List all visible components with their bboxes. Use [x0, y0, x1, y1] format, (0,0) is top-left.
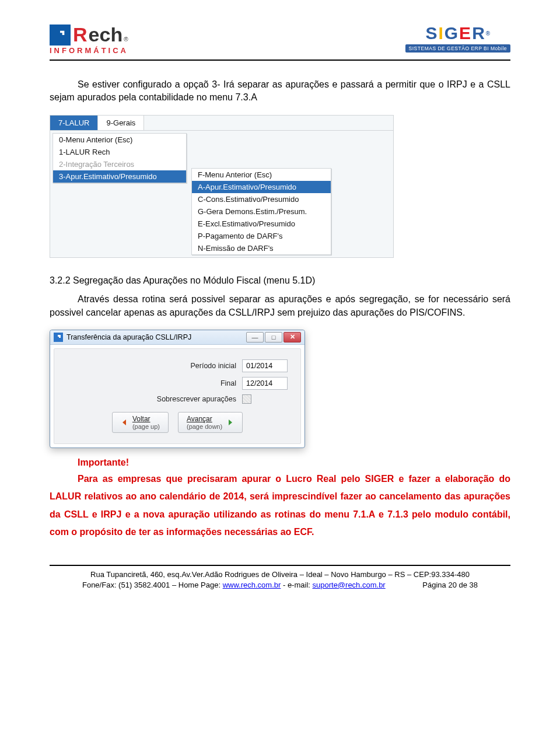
note-title: Importante!: [50, 457, 510, 468]
header-rule: [50, 60, 510, 61]
arrow-right-icon: [226, 418, 234, 427]
menu-item[interactable]: C-Cons.Estimativo/Presumido: [192, 193, 331, 205]
footer-contact-mid: - e-mail:: [281, 581, 312, 589]
avancar-button[interactable]: Avançar (page down): [178, 412, 243, 433]
menu-item[interactable]: E-Excl.Estimativo/Presumido: [192, 218, 331, 230]
logo-rech: R ech ® INFORMÁTICA: [50, 23, 128, 55]
paragraph-intro: Se estiver configurado a opçaõ 3- Irá se…: [50, 78, 510, 104]
footer-contact-prefix: Fone/Fax: (51) 3582.4001 – Home Page:: [82, 581, 223, 589]
rech-letters-ech: ech: [89, 23, 123, 46]
rech-subtitle: INFORMÁTICA: [50, 46, 128, 55]
heading-3-2-2: 3.2.2 Segregação das Apurações no Módulo…: [50, 274, 510, 287]
page-footer: Rua Tupanciretã, 460, esq.Av.Ver.Adão Ro…: [50, 569, 510, 590]
menu-tab-lalur[interactable]: 7-LALUR: [50, 116, 98, 130]
note-body: Para as empresas que precisaram apurar o…: [50, 470, 510, 541]
menu-left-column: 0-Menu Anterior (Esc) 1-LALUR Rech 2-Int…: [52, 133, 187, 183]
screenshot-dialog: Transferência da apuração CSLL/IRPJ — □ …: [50, 330, 305, 448]
voltar-label: Voltar: [132, 415, 150, 423]
rech-registered: ®: [124, 36, 128, 43]
close-button[interactable]: ✕: [284, 332, 301, 342]
siger-letter: E: [459, 23, 471, 43]
input-periodo-inicial[interactable]: [242, 359, 288, 372]
menu-item-disabled: 2-Integração Terceiros: [53, 158, 186, 170]
siger-letter: I: [438, 23, 443, 43]
minimize-button[interactable]: —: [246, 332, 264, 342]
siger-letter: G: [444, 23, 458, 43]
label-sobrescrever: Sobrescrever apurações: [131, 395, 236, 403]
logo-siger: S I G E R ® SISTEMAS DE GESTÃO ERP BI Mo…: [405, 23, 510, 53]
menu-item[interactable]: 0-Menu Anterior (Esc): [53, 134, 186, 146]
maximize-button[interactable]: □: [265, 332, 282, 342]
input-final[interactable]: [242, 377, 288, 390]
voltar-button[interactable]: Voltar (page up): [112, 412, 169, 433]
siger-letter: R: [472, 23, 485, 43]
menu-item[interactable]: 1-LALUR Rech: [53, 146, 186, 158]
siger-letter: S: [425, 23, 437, 43]
page-header: R ech ® INFORMÁTICA S I G E R ® SISTEMAS…: [50, 23, 510, 55]
arrow-left-icon: [121, 418, 129, 427]
dialog-titlebar: Transferência da apuração CSLL/IRPJ — □ …: [50, 330, 304, 345]
label-final: Final: [131, 379, 236, 387]
avancar-sub: (page down): [187, 423, 222, 430]
footer-link-email[interactable]: suporte@rech.com.br: [313, 581, 386, 589]
dialog-title: Transferência da apuração CSLL/IRPJ: [66, 333, 242, 341]
menu-item-selected[interactable]: A-Apur.Estimativo/Presumido: [192, 181, 331, 193]
label-periodo-inicial: Período inicial: [131, 362, 236, 370]
footer-address: Rua Tupanciretã, 460, esq.Av.Ver.Adão Ro…: [50, 569, 510, 580]
rech-arrow-icon: [50, 25, 71, 46]
footer-rule: [50, 565, 510, 566]
dialog-app-icon: [54, 333, 63, 342]
paragraph-segregacao: Através dessa rotina será possivel separ…: [50, 293, 510, 319]
menu-item[interactable]: F-Menu Anterior (Esc): [192, 169, 331, 181]
avancar-label: Avançar: [187, 415, 212, 423]
footer-page-number: Página 20 de 38: [422, 580, 478, 590]
voltar-sub: (page up): [132, 423, 160, 430]
siger-registered: ®: [486, 30, 490, 37]
footer-link-home[interactable]: www.rech.com.br: [223, 581, 281, 589]
menu-item[interactable]: G-Gera Demons.Estim./Presum.: [192, 205, 331, 218]
siger-tagline: SISTEMAS DE GESTÃO ERP BI Mobile: [405, 44, 510, 53]
menu-item[interactable]: N-Emissão de DARF's: [192, 242, 331, 254]
menu-item[interactable]: P-Pagamento de DARF's: [192, 230, 331, 242]
screenshot-menu: 7-LALUR 9-Gerais 0-Menu Anterior (Esc) 1…: [50, 115, 394, 258]
menu-tab-gerais[interactable]: 9-Gerais: [98, 116, 144, 130]
menu-item-selected[interactable]: 3-Apur.Estimativo/Presumido: [53, 170, 186, 183]
menu-right-column: F-Menu Anterior (Esc) A-Apur.Estimativo/…: [191, 168, 331, 255]
checkbox-sobrescrever[interactable]: [242, 394, 251, 404]
rech-letter-r: R: [73, 23, 88, 46]
